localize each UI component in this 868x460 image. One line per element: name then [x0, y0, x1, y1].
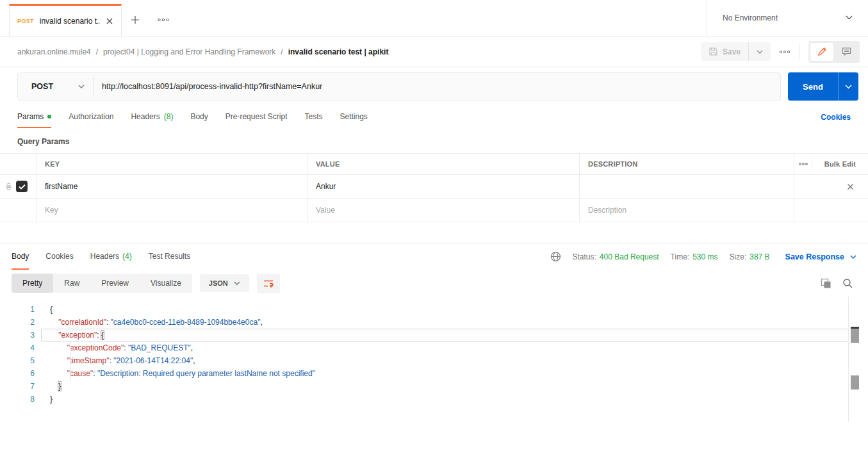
tab-tests[interactable]: Tests: [304, 106, 322, 128]
response-tab-test-results[interactable]: Test Results: [149, 243, 190, 270]
param-row-tools: [0, 199, 37, 222]
size-badge[interactable]: Size: 387 B: [730, 252, 770, 261]
editor-scrollbar-track: [848, 297, 849, 422]
edit-button[interactable]: [810, 43, 833, 61]
tab-options-icon[interactable]: [149, 4, 178, 36]
code-line[interactable]: 6 "cause": "Description: Required query …: [0, 367, 868, 380]
close-tab-icon[interactable]: [106, 17, 113, 25]
breadcrumb-separator: /: [96, 47, 98, 56]
tab-params[interactable]: Params: [17, 106, 51, 128]
divider: [799, 44, 799, 60]
response-tabs: Body Cookies Headers (4) Test Results: [12, 243, 190, 270]
delete-param-button[interactable]: [794, 175, 868, 198]
tab-body[interactable]: Body: [190, 106, 208, 128]
comment-icon: [842, 47, 851, 56]
code-line[interactable]: 4 "exceptionCode": "BAD_REQUEST",: [0, 341, 868, 354]
line-number: 5: [0, 354, 44, 367]
code-line[interactable]: 1{: [0, 303, 868, 316]
tab-label: Pre-request Script: [225, 112, 288, 121]
tab-pre-request-script[interactable]: Pre-request Script: [225, 106, 288, 128]
view-tab-pretty[interactable]: Pretty: [12, 274, 53, 293]
response-tab-cookies[interactable]: Cookies: [45, 243, 73, 270]
check-icon: [19, 184, 26, 190]
params-header-key: KEY: [37, 154, 307, 174]
breadcrumb-collection[interactable]: project04 | Logging and Error Handling F…: [103, 47, 275, 56]
code-text: "correlationId": "ca4e0bc0-cced-11eb-848…: [44, 316, 263, 329]
view-tab-visualize[interactable]: Visualize: [140, 274, 192, 293]
param-value-input[interactable]: [316, 182, 571, 191]
code-text: "exception": {: [44, 329, 104, 341]
method-label: POST: [31, 82, 53, 91]
drag-handle-icon[interactable]: [5, 181, 12, 192]
line-number: 7: [0, 380, 44, 393]
response-tab-headers[interactable]: Headers (4): [90, 243, 132, 270]
more-actions-icon[interactable]: [780, 51, 790, 53]
tab-title: invalid scenario t...: [40, 17, 100, 26]
unsaved-changes-dot: [47, 115, 51, 119]
param-key-input[interactable]: [45, 206, 299, 215]
active-line-highlight: [41, 329, 849, 341]
new-tab-button[interactable]: [122, 4, 149, 36]
code-text: }: [44, 380, 61, 393]
response-view-toolbar: Pretty Raw Preview Visualize JSON: [0, 270, 868, 297]
code-line[interactable]: 2 "correlationId": "ca4e0bc0-cced-11eb-8…: [0, 316, 868, 329]
scrollbar-thumb[interactable]: [851, 375, 859, 390]
tab-authorization[interactable]: Authorization: [69, 106, 113, 128]
scrollbar-thumb[interactable]: [851, 329, 859, 343]
request-bar: POST Send: [0, 67, 868, 106]
request-tab[interactable]: POST invalid scenario t...: [9, 4, 122, 36]
param-checkbox[interactable]: [16, 181, 28, 192]
time-badge[interactable]: Time: 530 ms: [671, 252, 718, 261]
wrap-text-button[interactable]: [257, 274, 280, 293]
spacer: [0, 222, 868, 243]
comment-button[interactable]: [835, 43, 858, 61]
method-dropdown[interactable]: POST: [18, 82, 94, 91]
param-key-input[interactable]: [45, 182, 299, 191]
save-response-label: Save Response: [785, 252, 844, 261]
line-number: 4: [0, 341, 44, 354]
save-button[interactable]: Save: [701, 42, 748, 61]
response-body-editor[interactable]: 1{2 "correlationId": "ca4e0bc0-cced-11eb…: [0, 297, 868, 460]
params-header-description: DESCRIPTION: [580, 154, 794, 174]
save-response-button[interactable]: Save Response: [785, 252, 856, 261]
send-button[interactable]: Send: [788, 72, 858, 101]
param-value-input[interactable]: [316, 206, 571, 215]
globe-icon[interactable]: [550, 251, 561, 262]
param-description-input[interactable]: [588, 206, 785, 215]
view-tab-preview[interactable]: Preview: [90, 274, 140, 293]
environment-selector[interactable]: No Environment: [707, 0, 868, 36]
bulk-edit-button[interactable]: Bulk Edit: [812, 154, 868, 174]
tab-method-label: POST: [17, 18, 34, 24]
breadcrumb-workspace[interactable]: ankuran.online.mule4: [17, 47, 91, 56]
breadcrumb-request-name[interactable]: invalid scenario test | apikit: [288, 47, 389, 56]
tab-settings[interactable]: Settings: [340, 106, 368, 128]
param-row-empty: [0, 199, 868, 222]
save-options-button[interactable]: [748, 42, 771, 61]
tab-label: Authorization: [69, 112, 113, 121]
code-line[interactable]: 8}: [0, 393, 868, 406]
status-badge[interactable]: Status: 400 Bad Request: [573, 252, 659, 261]
tab-headers[interactable]: Headers (8): [131, 106, 173, 128]
format-dropdown[interactable]: JSON: [200, 274, 249, 292]
view-tab-raw[interactable]: Raw: [53, 274, 90, 293]
params-header-row: KEY VALUE DESCRIPTION Bulk Edit: [0, 154, 868, 175]
cookies-link[interactable]: Cookies: [821, 113, 851, 122]
tab-bar: POST invalid scenario t... No Environmen…: [0, 0, 868, 37]
send-options-button[interactable]: [838, 72, 858, 101]
code-line[interactable]: 3 "exception": {: [0, 329, 868, 341]
code-text: "exceptionCode": "BAD_REQUEST",: [44, 341, 193, 354]
copy-icon[interactable]: [821, 278, 831, 289]
param-description-input[interactable]: [588, 182, 785, 191]
code-text: }: [44, 393, 53, 406]
url-input[interactable]: [94, 73, 780, 100]
response-meta: Status: 400 Bad Request Time: 530 ms Siz…: [550, 251, 857, 262]
params-header-value: VALUE: [307, 154, 580, 174]
code-text: "cause": "Description: Required query pa…: [44, 367, 315, 380]
code-line[interactable]: 7 }: [0, 380, 868, 393]
search-icon[interactable]: [842, 278, 853, 288]
response-tab-body[interactable]: Body: [12, 243, 29, 270]
params-more-icon[interactable]: [794, 154, 812, 174]
tab-label: Body: [190, 112, 208, 121]
code-line[interactable]: 5 "timeStamp": "2021-06-14T14:22:04",: [0, 354, 868, 367]
request-tabs: Params Authorization Headers (8) Body Pr…: [0, 106, 868, 128]
